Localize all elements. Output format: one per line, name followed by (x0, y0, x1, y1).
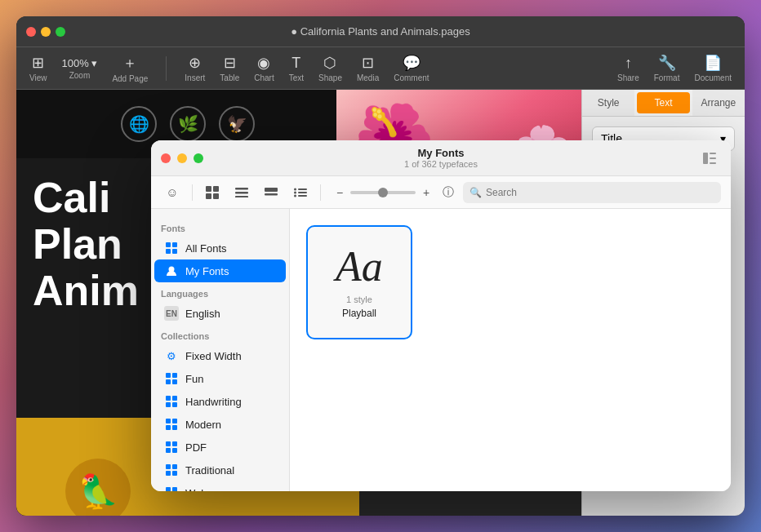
toolbar-format[interactable]: 🔧 Format (654, 54, 680, 82)
search-icon: 🔍 (470, 187, 482, 198)
toolbar-separator-1 (192, 184, 193, 201)
svg-rect-37 (172, 441, 177, 446)
toolbar-text[interactable]: T Text (289, 55, 304, 82)
list-view-button[interactable] (230, 181, 253, 204)
fontbook-toolbar: ☺ (151, 176, 731, 209)
sidebar-toggle-button[interactable] (698, 147, 721, 170)
font-info-button[interactable]: ⓘ (440, 184, 456, 201)
fun-label: Fun (185, 373, 203, 385)
bullet-list-icon (294, 188, 307, 197)
toolbar-view-label: View (29, 73, 47, 82)
fun-icon (164, 371, 179, 386)
zoom-icon: 100% ▾ (62, 57, 98, 69)
grid-view-button[interactable] (201, 181, 224, 204)
sidebar-item-handwriting[interactable]: Handwriting (154, 390, 286, 413)
sidebar-item-modern[interactable]: Modern (154, 413, 286, 436)
toolbar-shape[interactable]: ⬡ Shape (318, 54, 342, 82)
toolbar-media[interactable]: ⊡ Media (357, 54, 379, 82)
sidebar-item-traditional[interactable]: Traditional (154, 459, 286, 481)
svg-rect-36 (166, 441, 171, 446)
tab-style-label: Style (598, 97, 620, 109)
toolbar-document[interactable]: 📄 Document (694, 54, 732, 82)
svg-rect-0 (703, 153, 708, 164)
toolbar-table[interactable]: ⊟ Table (220, 54, 239, 82)
tab-arrange[interactable]: Arrange (692, 90, 745, 116)
document-icon: 📄 (704, 54, 722, 72)
tab-text[interactable]: Text (637, 92, 689, 113)
search-box[interactable]: 🔍 (463, 182, 721, 203)
svg-rect-30 (166, 402, 171, 407)
all-fonts-icon (164, 241, 179, 255)
toolbar-shape-label: Shape (318, 73, 342, 82)
toolbar-share-label: Share (617, 73, 639, 82)
info-icon: ⓘ (443, 185, 454, 200)
fontbook-main-title: My Fonts (404, 147, 478, 159)
fontbook-window: My Fonts 1 of 362 typefaces ☺ (151, 140, 731, 491)
svg-rect-33 (172, 419, 177, 423)
font-size-slider-thumb (378, 188, 388, 197)
svg-rect-31 (172, 402, 177, 407)
toolbar-media-label: Media (357, 73, 379, 82)
tab-style[interactable]: Style (582, 90, 634, 116)
svg-rect-38 (166, 448, 171, 453)
sidebar-item-fun[interactable]: Fun (154, 367, 286, 390)
fontbook-close-button[interactable] (161, 153, 171, 163)
handwriting-icon (164, 394, 179, 409)
font-size-slider[interactable] (350, 191, 416, 194)
chart-icon: ◉ (257, 54, 270, 72)
svg-rect-43 (172, 471, 177, 476)
svg-rect-45 (172, 487, 177, 491)
sidebar-item-all-fonts[interactable]: All Fonts (154, 237, 286, 259)
sidebar-item-english[interactable]: EN English (154, 302, 286, 325)
comment-icon: 💬 (403, 54, 421, 72)
sidebar-item-my-fonts[interactable]: My Fonts (154, 259, 286, 282)
svg-rect-19 (166, 242, 171, 247)
svg-rect-42 (166, 471, 171, 476)
pages-minimize-button[interactable] (41, 27, 51, 37)
insert-icon: ⊕ (189, 54, 201, 72)
share-icon: ↑ (625, 55, 632, 72)
fonts-section-label: Fonts (151, 217, 289, 237)
toolbar-separator-2 (320, 184, 321, 201)
pages-maximize-button[interactable] (56, 27, 65, 37)
toolbar-chart[interactable]: ◉ Chart (254, 54, 274, 82)
toolbar-zoom[interactable]: 100% ▾ Zoom (62, 57, 98, 80)
svg-rect-21 (166, 249, 171, 254)
text-icon: T (291, 55, 300, 72)
sidebar-item-fixed-width[interactable]: ⚙ Fixed Width (154, 344, 286, 367)
font-preview-playball: Aa (336, 246, 383, 288)
bullet-list-button[interactable] (289, 181, 312, 204)
emoji-button[interactable]: ☺ (161, 181, 184, 204)
add-page-icon: ＋ (122, 53, 137, 73)
toolbar-view[interactable]: ⊞ View (29, 54, 47, 82)
svg-point-15 (294, 191, 296, 193)
emoji-icon: ☺ (166, 185, 178, 199)
toolbar-comment-label: Comment (394, 73, 429, 82)
toolbar-insert[interactable]: ⊕ Insert (185, 54, 205, 82)
svg-rect-12 (265, 193, 278, 196)
search-input[interactable] (486, 187, 714, 198)
sidebar-item-pdf[interactable]: PDF (154, 436, 286, 459)
fontbook-minimize-button[interactable] (177, 153, 187, 163)
sample-view-button[interactable] (260, 181, 283, 204)
sidebar-item-web[interactable]: Web (154, 481, 286, 491)
grid-view-icon (206, 186, 219, 199)
panel-tabs: Style Text Arrange (582, 90, 745, 117)
font-size-decrease-button[interactable]: − (332, 185, 347, 200)
pages-close-button[interactable] (26, 27, 36, 37)
table-icon: ⊟ (224, 54, 236, 72)
svg-rect-44 (166, 487, 171, 491)
book-icon-leaf: 🌿 (170, 106, 206, 142)
modern-icon (164, 417, 179, 432)
svg-rect-29 (172, 396, 177, 401)
font-card-playball[interactable]: Aa 1 style Playball (306, 225, 412, 339)
font-size-increase-button[interactable]: + (419, 185, 434, 200)
toolbar-zoom-label: Zoom (69, 71, 91, 80)
fontbook-maximize-button[interactable] (194, 153, 203, 163)
svg-rect-41 (172, 464, 177, 469)
pages-titlebar: ● California Plants and Animals.pages (16, 16, 745, 47)
fontbook-titlebar: My Fonts 1 of 362 typefaces (151, 140, 731, 176)
toolbar-add-page[interactable]: ＋ Add Page (112, 53, 148, 83)
toolbar-comment[interactable]: 💬 Comment (394, 54, 429, 82)
toolbar-share[interactable]: ↑ Share (617, 55, 639, 82)
